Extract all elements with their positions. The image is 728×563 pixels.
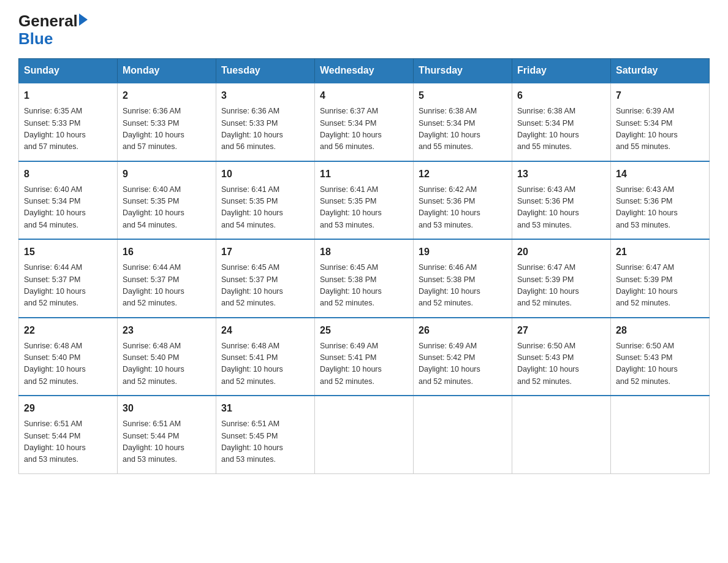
calendar-cell [315, 396, 414, 473]
day-info: Sunrise: 6:44 AMSunset: 5:37 PMDaylight:… [123, 262, 211, 310]
day-info: Sunrise: 6:35 AMSunset: 5:33 PMDaylight:… [24, 105, 112, 153]
day-number: 30 [123, 401, 211, 416]
calendar-cell: 27Sunrise: 6:50 AMSunset: 5:43 PMDayligh… [512, 318, 611, 396]
day-number: 28 [616, 323, 704, 338]
day-number: 27 [517, 323, 605, 338]
day-info: Sunrise: 6:51 AMSunset: 5:44 PMDaylight:… [123, 418, 211, 466]
day-info: Sunrise: 6:50 AMSunset: 5:43 PMDaylight:… [616, 340, 704, 388]
weekday-header-monday: Monday [118, 59, 216, 83]
calendar-cell: 13Sunrise: 6:43 AMSunset: 5:36 PMDayligh… [512, 161, 611, 240]
day-number: 1 [24, 88, 112, 103]
day-number: 22 [24, 323, 112, 338]
calendar-cell: 15Sunrise: 6:44 AMSunset: 5:37 PMDayligh… [19, 239, 118, 318]
calendar-cell: 10Sunrise: 6:41 AMSunset: 5:35 PMDayligh… [216, 161, 315, 240]
day-info: Sunrise: 6:43 AMSunset: 5:36 PMDaylight:… [616, 184, 704, 232]
calendar-cell: 28Sunrise: 6:50 AMSunset: 5:43 PMDayligh… [611, 318, 710, 396]
calendar-cell: 12Sunrise: 6:42 AMSunset: 5:36 PMDayligh… [414, 161, 512, 240]
day-info: Sunrise: 6:44 AMSunset: 5:37 PMDaylight:… [24, 262, 112, 310]
day-info: Sunrise: 6:45 AMSunset: 5:37 PMDaylight:… [221, 262, 309, 310]
day-info: Sunrise: 6:51 AMSunset: 5:44 PMDaylight:… [24, 418, 112, 466]
page-header: General Blue [18, 12, 710, 47]
day-info: Sunrise: 6:38 AMSunset: 5:34 PMDaylight:… [517, 105, 605, 153]
calendar-cell: 23Sunrise: 6:48 AMSunset: 5:40 PMDayligh… [118, 318, 216, 396]
calendar-cell: 3Sunrise: 6:36 AMSunset: 5:33 PMDaylight… [216, 83, 315, 161]
calendar-cell: 1Sunrise: 6:35 AMSunset: 5:33 PMDaylight… [19, 83, 118, 161]
day-info: Sunrise: 6:40 AMSunset: 5:35 PMDaylight:… [123, 184, 211, 232]
day-info: Sunrise: 6:37 AMSunset: 5:34 PMDaylight:… [320, 105, 408, 153]
day-number: 6 [517, 88, 605, 103]
day-info: Sunrise: 6:47 AMSunset: 5:39 PMDaylight:… [517, 262, 605, 310]
weekday-header-saturday: Saturday [611, 59, 710, 83]
day-info: Sunrise: 6:41 AMSunset: 5:35 PMDaylight:… [221, 184, 309, 232]
weekday-header-tuesday: Tuesday [216, 59, 315, 83]
calendar-cell: 11Sunrise: 6:41 AMSunset: 5:35 PMDayligh… [315, 161, 414, 240]
calendar-week-row: 8Sunrise: 6:40 AMSunset: 5:34 PMDaylight… [19, 161, 710, 240]
logo: General Blue [18, 12, 88, 47]
day-info: Sunrise: 6:36 AMSunset: 5:33 PMDaylight:… [221, 105, 309, 153]
day-number: 17 [221, 245, 309, 259]
day-number: 26 [419, 323, 507, 338]
calendar-cell [414, 396, 512, 473]
day-info: Sunrise: 6:36 AMSunset: 5:33 PMDaylight:… [123, 105, 211, 153]
day-info: Sunrise: 6:39 AMSunset: 5:34 PMDaylight:… [616, 105, 704, 153]
day-number: 19 [419, 245, 507, 259]
calendar-cell: 14Sunrise: 6:43 AMSunset: 5:36 PMDayligh… [611, 161, 710, 240]
day-number: 16 [123, 245, 211, 259]
day-info: Sunrise: 6:40 AMSunset: 5:34 PMDaylight:… [24, 184, 112, 232]
day-info: Sunrise: 6:51 AMSunset: 5:45 PMDaylight:… [221, 418, 309, 466]
weekday-header-friday: Friday [512, 59, 611, 83]
calendar-cell: 31Sunrise: 6:51 AMSunset: 5:45 PMDayligh… [216, 396, 315, 473]
day-number: 31 [221, 401, 309, 416]
day-number: 21 [616, 245, 704, 259]
day-number: 5 [419, 88, 507, 103]
calendar-cell: 29Sunrise: 6:51 AMSunset: 5:44 PMDayligh… [19, 396, 118, 473]
day-number: 14 [616, 167, 704, 182]
calendar-cell: 7Sunrise: 6:39 AMSunset: 5:34 PMDaylight… [611, 83, 710, 161]
calendar-cell: 9Sunrise: 6:40 AMSunset: 5:35 PMDaylight… [118, 161, 216, 240]
calendar-cell: 8Sunrise: 6:40 AMSunset: 5:34 PMDaylight… [19, 161, 118, 240]
calendar-cell: 30Sunrise: 6:51 AMSunset: 5:44 PMDayligh… [118, 396, 216, 473]
calendar-cell: 5Sunrise: 6:38 AMSunset: 5:34 PMDaylight… [414, 83, 512, 161]
weekday-header-row: SundayMondayTuesdayWednesdayThursdayFrid… [19, 59, 710, 83]
day-info: Sunrise: 6:43 AMSunset: 5:36 PMDaylight:… [517, 184, 605, 232]
day-info: Sunrise: 6:42 AMSunset: 5:36 PMDaylight:… [419, 184, 507, 232]
calendar-cell: 20Sunrise: 6:47 AMSunset: 5:39 PMDayligh… [512, 239, 611, 318]
calendar-cell: 18Sunrise: 6:45 AMSunset: 5:38 PMDayligh… [315, 239, 414, 318]
calendar-cell: 21Sunrise: 6:47 AMSunset: 5:39 PMDayligh… [611, 239, 710, 318]
day-number: 25 [320, 323, 408, 338]
day-number: 10 [221, 167, 309, 182]
day-number: 18 [320, 245, 408, 259]
calendar-cell: 22Sunrise: 6:48 AMSunset: 5:40 PMDayligh… [19, 318, 118, 396]
calendar-cell [611, 396, 710, 473]
calendar-cell: 17Sunrise: 6:45 AMSunset: 5:37 PMDayligh… [216, 239, 315, 318]
calendar-cell: 2Sunrise: 6:36 AMSunset: 5:33 PMDaylight… [118, 83, 216, 161]
logo-blue-text: Blue [18, 30, 88, 48]
calendar-week-row: 15Sunrise: 6:44 AMSunset: 5:37 PMDayligh… [19, 239, 710, 318]
calendar-cell: 4Sunrise: 6:37 AMSunset: 5:34 PMDaylight… [315, 83, 414, 161]
weekday-header-thursday: Thursday [414, 59, 512, 83]
logo-general-text: General [18, 12, 78, 30]
calendar-cell: 16Sunrise: 6:44 AMSunset: 5:37 PMDayligh… [118, 239, 216, 318]
day-info: Sunrise: 6:41 AMSunset: 5:35 PMDaylight:… [320, 184, 408, 232]
day-number: 11 [320, 167, 408, 182]
day-info: Sunrise: 6:49 AMSunset: 5:42 PMDaylight:… [419, 340, 507, 388]
day-number: 2 [123, 88, 211, 103]
calendar-cell: 6Sunrise: 6:38 AMSunset: 5:34 PMDaylight… [512, 83, 611, 161]
day-number: 24 [221, 323, 309, 338]
weekday-header-sunday: Sunday [19, 59, 118, 83]
calendar-week-row: 22Sunrise: 6:48 AMSunset: 5:40 PMDayligh… [19, 318, 710, 396]
calendar-week-row: 1Sunrise: 6:35 AMSunset: 5:33 PMDaylight… [19, 83, 710, 161]
day-info: Sunrise: 6:48 AMSunset: 5:40 PMDaylight:… [123, 340, 211, 388]
day-info: Sunrise: 6:48 AMSunset: 5:41 PMDaylight:… [221, 340, 309, 388]
logo-arrow-icon [79, 13, 88, 26]
day-number: 29 [24, 401, 112, 416]
calendar-week-row: 29Sunrise: 6:51 AMSunset: 5:44 PMDayligh… [19, 396, 710, 473]
day-number: 13 [517, 167, 605, 182]
day-info: Sunrise: 6:48 AMSunset: 5:40 PMDaylight:… [24, 340, 112, 388]
day-number: 4 [320, 88, 408, 103]
calendar-cell: 25Sunrise: 6:49 AMSunset: 5:41 PMDayligh… [315, 318, 414, 396]
day-number: 3 [221, 88, 309, 103]
calendar-cell: 26Sunrise: 6:49 AMSunset: 5:42 PMDayligh… [414, 318, 512, 396]
day-number: 15 [24, 245, 112, 259]
day-number: 23 [123, 323, 211, 338]
